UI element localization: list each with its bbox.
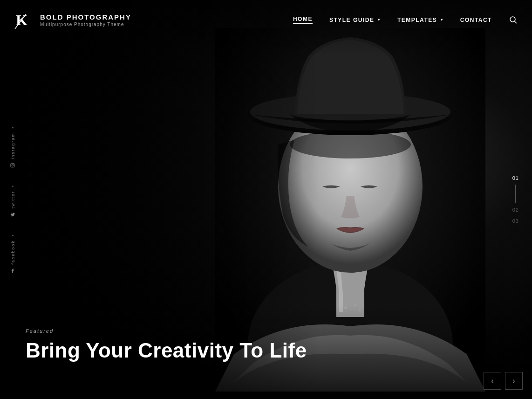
bottom-nav-arrows: ‹ › [484, 372, 523, 390]
templates-dropdown-arrow: ▾ [441, 18, 443, 22]
site-subtitle: Multipurpose Photography Theme [40, 22, 131, 27]
featured-label: Featured [26, 328, 307, 334]
logo-icon: K [14, 10, 34, 30]
prev-slide-button[interactable]: ‹ [484, 372, 501, 390]
slide-indicator-1[interactable]: 01 [512, 172, 519, 184]
svg-point-5 [290, 131, 411, 158]
twitter-icon [11, 212, 15, 217]
social-item-twitter[interactable]: twitter [10, 176, 15, 226]
svg-point-16 [12, 165, 14, 166]
svg-point-7 [354, 304, 356, 306]
slide-indicators: 01 02 03 [512, 172, 519, 227]
slide-indicator-2[interactable]: 02 [512, 204, 519, 215]
hero-content: Featured Bring Your Creativity To Life [26, 328, 307, 362]
slide-line [515, 185, 516, 203]
svg-point-8 [359, 309, 361, 311]
facebook-icon [11, 268, 15, 273]
logo-text-area: BOLD PHOTOGRAPHY Multipurpose Photograph… [40, 13, 131, 27]
nav-item-contact[interactable]: CONTACT [460, 17, 492, 23]
search-icon [509, 16, 518, 24]
main-nav: HOME STYLE GUIDE ▾ TEMPLATES ▾ CONTACT [293, 15, 518, 25]
site-header: K BOLD PHOTOGRAPHY Multipurpose Photogra… [0, 0, 532, 40]
nav-item-home[interactable]: HOME [293, 16, 313, 24]
social-item-facebook[interactable]: facebook [10, 225, 15, 281]
svg-point-9 [340, 310, 342, 312]
site-title: BOLD PHOTOGRAPHY [40, 13, 131, 21]
svg-line-14 [515, 21, 517, 23]
hero-title: Bring Your Creativity To Life [26, 339, 307, 362]
svg-point-13 [510, 17, 515, 22]
nav-item-style-guide[interactable]: STYLE GUIDE ▾ [329, 17, 381, 23]
svg-point-6 [344, 307, 347, 309]
style-guide-dropdown-arrow: ▾ [378, 18, 381, 22]
search-button[interactable] [509, 15, 518, 25]
nav-item-templates[interactable]: TEMPLATES ▾ [397, 17, 443, 23]
instagram-icon [11, 163, 15, 168]
social-item-instagram[interactable]: instagram [10, 118, 15, 176]
logo-area[interactable]: K BOLD PHOTOGRAPHY Multipurpose Photogra… [14, 10, 131, 30]
slide-indicator-3[interactable]: 03 [512, 215, 519, 227]
social-sidebar: instagram twitter facebook [0, 118, 26, 282]
next-slide-button[interactable]: › [505, 372, 523, 390]
svg-point-17 [14, 164, 14, 165]
